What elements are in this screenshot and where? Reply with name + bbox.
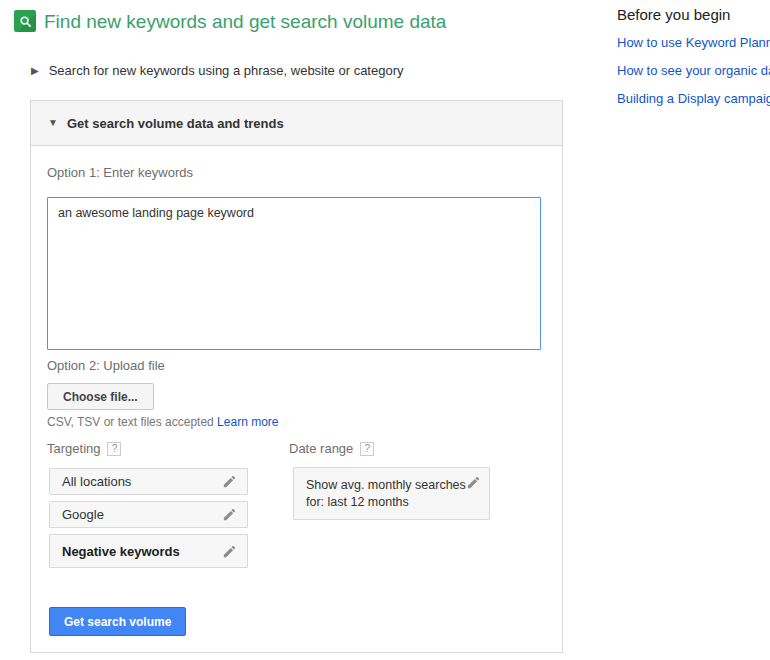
targeting-row-negative-keywords[interactable]: Negative keywords [49, 534, 248, 568]
get-search-volume-panel: ▼ Get search volume data and trends Opti… [30, 100, 563, 653]
file-hint-text: CSV, TSV or text files accepted [47, 415, 214, 429]
edit-icon[interactable] [222, 474, 237, 489]
help-link-organic-data[interactable]: How to see your organic da [617, 63, 770, 78]
edit-icon[interactable] [222, 507, 237, 522]
targeting-row-label: Negative keywords [62, 544, 180, 559]
option1-label: Option 1: Enter keywords [47, 165, 193, 180]
search-icon [14, 10, 36, 32]
chevron-down-icon: ▼ [48, 118, 58, 128]
keywords-input[interactable]: an awesome landing page keyword [47, 197, 541, 350]
file-hint: CSV, TSV or text files accepted Learn mo… [47, 415, 278, 429]
panel-header-toggle[interactable]: ▼ Get search volume data and trends [31, 101, 562, 146]
learn-more-link[interactable]: Learn more [217, 415, 278, 429]
targeting-row-label: All locations [62, 474, 131, 489]
search-new-keywords-toggle[interactable]: ▶ Search for new keywords using a phrase… [31, 63, 404, 78]
help-link-keyword-planner[interactable]: How to use Keyword Plann [617, 35, 770, 50]
targeting-row-label: Google [62, 507, 104, 522]
date-range-setting[interactable]: Show avg. monthly searches for: last 12 … [293, 467, 490, 520]
help-link-display-campaign[interactable]: Building a Display campaig [617, 91, 770, 106]
chevron-right-icon: ▶ [31, 66, 39, 76]
date-range-help-icon[interactable]: ? [360, 442, 374, 456]
choose-file-button[interactable]: Choose file... [47, 383, 154, 410]
edit-icon[interactable] [466, 475, 481, 490]
targeting-row-network[interactable]: Google [49, 501, 248, 528]
panel-title: Get search volume data and trends [67, 116, 284, 131]
before-you-begin-section: Before you begin How to use Keyword Plan… [617, 6, 770, 119]
edit-icon[interactable] [222, 544, 237, 559]
targeting-label: Targeting [47, 441, 100, 456]
targeting-label-row: Targeting ? [47, 441, 121, 456]
option2-label: Option 2: Upload file [47, 358, 165, 373]
targeting-rows: All locations Google Negative keywords [49, 468, 248, 568]
get-search-volume-button[interactable]: Get search volume [49, 607, 186, 636]
targeting-row-locations[interactable]: All locations [49, 468, 248, 495]
page-title: Find new keywords and get search volume … [44, 11, 446, 33]
aside-title: Before you begin [617, 6, 770, 23]
date-range-label-row: Date range ? [289, 441, 374, 456]
collapsed-section-label: Search for new keywords using a phrase, … [49, 63, 404, 78]
date-range-label: Date range [289, 441, 353, 456]
date-range-value: Show avg. monthly searches for: last 12 … [306, 477, 466, 511]
targeting-help-icon[interactable]: ? [107, 442, 121, 456]
